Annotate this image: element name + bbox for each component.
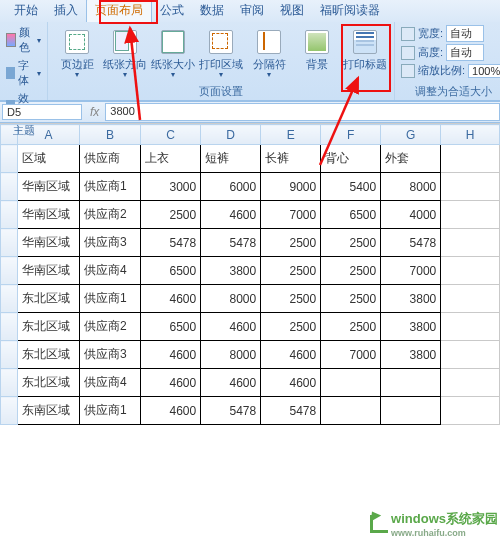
cell-value[interactable]: 4600 xyxy=(261,341,321,369)
cell-supplier[interactable]: 供应商4 xyxy=(79,257,140,285)
cell-supplier[interactable]: 供应商2 xyxy=(79,201,140,229)
orientation-button[interactable]: 纸张方向▾ xyxy=(102,25,148,82)
cell[interactable] xyxy=(441,341,500,369)
cell-value[interactable]: 4600 xyxy=(201,313,261,341)
header-cell[interactable]: 长裤 xyxy=(261,145,321,173)
size-button[interactable]: 纸张大小▾ xyxy=(150,25,196,82)
cell-value[interactable]: 2500 xyxy=(141,201,201,229)
cell-value[interactable]: 7000 xyxy=(321,341,381,369)
cell-value[interactable]: 6500 xyxy=(141,257,201,285)
cell-supplier[interactable]: 供应商3 xyxy=(79,229,140,257)
cell-value[interactable]: 5478 xyxy=(201,229,261,257)
cell-value[interactable]: 2500 xyxy=(261,257,321,285)
header-cell[interactable]: 供应商 xyxy=(79,145,140,173)
cell-value[interactable]: 4600 xyxy=(141,369,201,397)
cell-supplier[interactable]: 供应商1 xyxy=(79,285,140,313)
cell[interactable] xyxy=(441,229,500,257)
tab-7[interactable]: 福昕阅读器 xyxy=(312,0,388,22)
name-box[interactable]: D5 xyxy=(2,104,82,120)
cell-region[interactable]: 东北区域 xyxy=(18,285,80,313)
cell-value[interactable]: 8000 xyxy=(381,173,441,201)
cell-value[interactable]: 2500 xyxy=(261,313,321,341)
cell-value[interactable]: 2500 xyxy=(261,229,321,257)
row-header[interactable] xyxy=(1,313,18,341)
cell-value[interactable]: 5478 xyxy=(261,397,321,425)
cell-value[interactable]: 8000 xyxy=(201,341,261,369)
cell-value[interactable]: 3800 xyxy=(381,285,441,313)
cell-value[interactable]: 5478 xyxy=(381,229,441,257)
scale-value[interactable]: 100% xyxy=(468,64,500,78)
formula-input[interactable]: 3800 xyxy=(105,103,500,121)
cell-value[interactable] xyxy=(381,397,441,425)
cell-supplier[interactable]: 供应商2 xyxy=(79,313,140,341)
row-header[interactable] xyxy=(1,341,18,369)
row-header[interactable] xyxy=(1,257,18,285)
background-button[interactable]: 背景 xyxy=(294,25,340,82)
cell-value[interactable]: 2500 xyxy=(321,229,381,257)
cell-value[interactable]: 8000 xyxy=(201,285,261,313)
cell[interactable] xyxy=(441,313,500,341)
header-cell[interactable]: 背心 xyxy=(321,145,381,173)
cell-value[interactable]: 4600 xyxy=(141,285,201,313)
cell-value[interactable]: 7000 xyxy=(381,257,441,285)
cell-value[interactable]: 7000 xyxy=(261,201,321,229)
cell-region[interactable]: 华南区域 xyxy=(18,173,80,201)
col-header[interactable]: F xyxy=(321,125,381,145)
theme-font[interactable]: 字体▾ xyxy=(6,58,41,88)
cell-value[interactable]: 2500 xyxy=(321,285,381,313)
tab-0[interactable]: 开始 xyxy=(6,0,46,22)
tab-1[interactable]: 插入 xyxy=(46,0,86,22)
cell-region[interactable]: 东北区域 xyxy=(18,369,80,397)
cell-value[interactable]: 3000 xyxy=(141,173,201,201)
cell-value[interactable]: 4600 xyxy=(141,397,201,425)
cell-value[interactable]: 5400 xyxy=(321,173,381,201)
cell-region[interactable]: 华南区域 xyxy=(18,229,80,257)
cell-value[interactable]: 9000 xyxy=(261,173,321,201)
col-header[interactable]: C xyxy=(141,125,201,145)
cell-value[interactable]: 2500 xyxy=(321,313,381,341)
tab-4[interactable]: 数据 xyxy=(192,0,232,22)
cell-value[interactable]: 6500 xyxy=(141,313,201,341)
tab-2[interactable]: 页面布局 xyxy=(86,0,152,22)
height-value[interactable]: 自动 xyxy=(446,44,484,61)
width-value[interactable]: 自动 xyxy=(446,25,484,42)
col-header[interactable]: D xyxy=(201,125,261,145)
spreadsheet-grid[interactable]: ABCDEFGH区域供应商上衣短裤长裤背心外套华南区域供应商1300060009… xyxy=(0,123,500,540)
cell-value[interactable]: 3800 xyxy=(381,341,441,369)
header-cell[interactable]: 上衣 xyxy=(141,145,201,173)
cell-value[interactable]: 4000 xyxy=(381,201,441,229)
row-header[interactable] xyxy=(1,229,18,257)
cell[interactable] xyxy=(441,145,500,173)
margins-button[interactable]: 页边距▾ xyxy=(54,25,100,82)
col-header[interactable]: B xyxy=(79,125,140,145)
cell-value[interactable]: 3800 xyxy=(201,257,261,285)
cell-supplier[interactable]: 供应商4 xyxy=(79,369,140,397)
col-header[interactable]: G xyxy=(381,125,441,145)
cell-value[interactable]: 2500 xyxy=(261,285,321,313)
cell-supplier[interactable]: 供应商3 xyxy=(79,341,140,369)
cell-value[interactable]: 5478 xyxy=(201,397,261,425)
cell-value[interactable]: 4600 xyxy=(141,341,201,369)
cell[interactable] xyxy=(441,369,500,397)
row-header[interactable] xyxy=(1,173,18,201)
cell-value[interactable]: 4600 xyxy=(261,369,321,397)
cell-value[interactable]: 4600 xyxy=(201,369,261,397)
tab-6[interactable]: 视图 xyxy=(272,0,312,22)
tab-5[interactable]: 审阅 xyxy=(232,0,272,22)
cell-value[interactable] xyxy=(321,369,381,397)
header-cell[interactable]: 短裤 xyxy=(201,145,261,173)
row-header[interactable] xyxy=(1,201,18,229)
cell-value[interactable] xyxy=(321,397,381,425)
col-header[interactable]: E xyxy=(261,125,321,145)
cell[interactable] xyxy=(441,257,500,285)
header-cell[interactable]: 区域 xyxy=(18,145,80,173)
cell[interactable] xyxy=(441,397,500,425)
cell-region[interactable]: 东北区域 xyxy=(18,341,80,369)
theme-color[interactable]: 颜色▾ xyxy=(6,25,41,55)
cell[interactable] xyxy=(441,173,500,201)
cell-supplier[interactable]: 供应商1 xyxy=(79,397,140,425)
breaks-button[interactable]: 分隔符▾ xyxy=(246,25,292,82)
header-cell[interactable]: 外套 xyxy=(381,145,441,173)
cell-value[interactable]: 6500 xyxy=(321,201,381,229)
cell[interactable] xyxy=(441,201,500,229)
